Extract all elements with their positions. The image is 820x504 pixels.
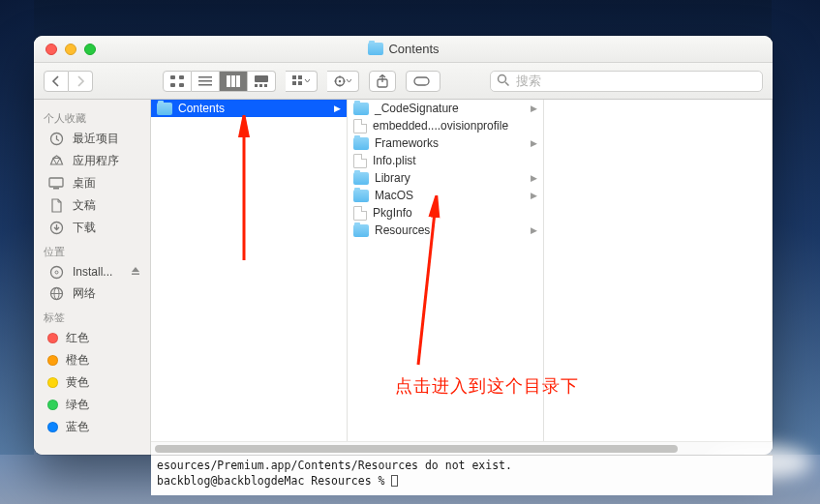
svg-rect-29 [49,178,63,187]
sidebar-item-applications[interactable]: 应用程序 [34,150,150,172]
item-name: MacOS [375,189,413,202]
chevron-right-icon: ▶ [531,104,537,113]
folder-icon [367,43,382,55]
sidebar-label: 应用程序 [73,153,119,169]
tag-dot-icon [47,333,58,343]
sidebar-tag-green[interactable]: 绿色 [34,394,150,416]
terminal-prompt: backblog@backblogdeMac Resources % [157,474,391,488]
folder-row[interactable]: Frameworks▶ [348,134,543,152]
svg-rect-23 [344,80,346,81]
svg-rect-9 [236,75,240,87]
tag-dot-icon [47,422,58,432]
item-name: Frameworks [375,136,439,150]
folder-row[interactable]: MacOS▶ [348,187,543,204]
svg-point-32 [50,266,62,278]
sidebar-label: Install... [73,265,112,279]
view-columns-button[interactable] [220,71,248,92]
documents-icon [47,198,65,214]
chevron-right-icon: ▶ [531,191,537,200]
chevron-right-icon: ▶ [334,104,341,113]
desktop-background [772,0,820,455]
chevron-right-icon: ▶ [531,173,537,183]
horizontal-scrollbar[interactable] [151,441,773,455]
terminal-line: esources/Premium.app/Contents/Resources … [157,459,767,474]
sidebar-tag-red[interactable]: 红色 [34,327,150,349]
tag-dot-icon [47,355,58,366]
folder-row-contents[interactable]: Contents ▶ [151,100,347,117]
svg-rect-5 [198,80,212,82]
svg-rect-10 [255,75,268,82]
folder-icon [353,137,369,150]
title-text: Contents [388,42,439,56]
svg-rect-25 [414,77,429,85]
search-icon [497,74,510,87]
arrange-button[interactable] [286,71,318,92]
disk-icon [47,264,65,280]
sidebar: 个人收藏 最近项目 应用程序 桌面 文稿 下载 位置 Install... 网络… [34,100,151,455]
sidebar-label: 桌面 [73,175,96,192]
file-row[interactable]: Info.plist [348,152,543,169]
terminal-prompt-line: backblog@backblogdeMac Resources % [157,474,767,489]
sidebar-tag-yellow[interactable]: 黄色 [34,371,150,394]
sidebar-label: 黄色 [66,374,89,391]
close-button[interactable] [46,44,57,55]
eject-icon[interactable] [131,265,140,279]
terminal-cursor [391,475,398,487]
file-row[interactable]: embedded....ovisionprofile [348,117,543,134]
app-icon [47,154,65,169]
folder-row[interactable]: Library▶ [348,169,543,187]
back-button[interactable] [44,71,69,92]
svg-rect-4 [198,76,212,78]
scrollbar-thumb[interactable] [155,445,678,453]
sidebar-item-downloads[interactable]: 下载 [34,217,150,239]
item-name: Library [375,171,410,185]
view-gallery-button[interactable] [248,71,276,92]
sidebar-item-desktop[interactable]: 桌面 [34,172,150,194]
sidebar-item-install[interactable]: Install... [34,261,150,282]
folder-icon [353,103,369,115]
window-titlebar[interactable]: Contents [34,36,773,63]
arrange-segment [286,71,318,92]
svg-rect-12 [259,84,262,87]
share-button[interactable] [369,71,396,92]
svg-rect-0 [170,75,175,79]
sidebar-label: 网络 [73,285,96,302]
search-input[interactable] [490,71,763,92]
sidebar-label: 红色 [66,330,89,346]
sidebar-item-recents[interactable]: 最近项目 [34,128,150,150]
svg-rect-2 [170,83,175,87]
column-2[interactable]: _CodeSignature▶ embedded....ovisionprofi… [348,100,544,455]
item-name: Resources [375,223,430,237]
sidebar-item-network[interactable]: 网络 [34,282,150,305]
sidebar-tag-orange[interactable]: 橙色 [34,349,150,371]
network-icon [47,286,65,302]
item-name: _CodeSignature [375,102,459,115]
sidebar-item-documents[interactable]: 文稿 [34,194,150,217]
terminal-window[interactable]: esources/Premium.app/Contents/Resources … [151,455,773,495]
finder-body: 个人收藏 最近项目 应用程序 桌面 文稿 下载 位置 Install... 网络… [34,100,773,455]
window-title: Contents [367,42,439,56]
sidebar-header-locations: 位置 [34,239,150,261]
nav-buttons [44,71,93,92]
file-row[interactable]: PkgInfo [348,204,543,222]
folder-icon [157,103,172,115]
sidebar-tag-blue[interactable]: 蓝色 [34,416,150,438]
sidebar-label: 蓝色 [66,419,89,435]
chevron-right-icon: ▶ [531,225,537,235]
folder-row-resources[interactable]: Resources▶ [348,222,543,239]
tags-button[interactable] [406,71,440,92]
svg-line-27 [505,82,509,86]
svg-rect-21 [339,84,340,86]
action-button[interactable] [327,71,359,92]
file-icon [353,206,367,221]
folder-row[interactable]: _CodeSignature▶ [348,100,543,117]
view-icons-button[interactable] [163,71,192,92]
view-list-button[interactable] [192,71,220,92]
forward-button[interactable] [69,71,93,92]
svg-rect-15 [298,75,302,79]
folder-icon [353,224,369,237]
column-1[interactable]: Contents ▶ [151,100,348,455]
column-3[interactable] [544,100,773,455]
minimize-button[interactable] [65,44,76,55]
fullscreen-button[interactable] [84,44,96,55]
